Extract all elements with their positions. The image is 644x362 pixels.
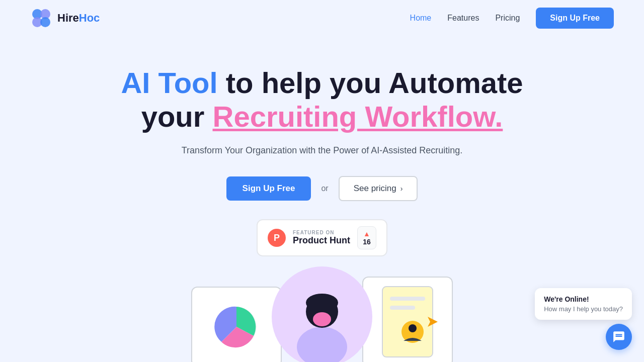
ph-vote-count: 16: [363, 238, 371, 246]
chat-bubble: We're Online! How may I help you today?: [535, 288, 632, 320]
svg-point-7: [313, 312, 331, 326]
illustration-document: [362, 277, 453, 362]
product-hunt-text: FEATURED ON Product Hunt: [293, 230, 350, 246]
nav-links: Home Features Pricing Sign Up Free: [410, 8, 614, 29]
signup-button-hero[interactable]: Sign Up Free: [226, 176, 311, 201]
nav-features[interactable]: Features: [447, 14, 479, 23]
svg-point-13: [409, 324, 417, 332]
hero-title-ai-tool: AI Tool: [121, 66, 217, 99]
ph-featured-label: FEATURED ON: [293, 230, 334, 235]
hero-title: AI Tool to help you Automate your Recrui…: [116, 66, 528, 133]
nav-home[interactable]: Home: [410, 14, 432, 23]
see-pricing-button[interactable]: See pricing ›: [339, 176, 418, 201]
svg-rect-10: [390, 297, 425, 301]
signup-button-nav[interactable]: Sign Up Free: [536, 8, 614, 29]
chat-help-label: How may I help you today?: [544, 305, 623, 313]
hero-illustrations: [121, 277, 523, 362]
svg-point-3: [40, 17, 50, 27]
ph-name-label: Product Hunt: [293, 235, 350, 246]
product-hunt-icon: P: [268, 229, 286, 247]
illustration-person: [272, 266, 372, 362]
hirehoc-logo-icon: [30, 7, 52, 29]
hero-buttons: Sign Up Free or See pricing ›: [226, 176, 418, 201]
chat-widget: We're Online! How may I help you today?: [535, 288, 632, 350]
chat-icon: [612, 330, 625, 343]
hero-subtitle: Transform Your Organization with the Pow…: [182, 145, 463, 156]
hero-title-recruiting: Recruiting Workflow.: [213, 100, 503, 133]
navbar: HireHoc Home Features Pricing Sign Up Fr…: [0, 0, 644, 36]
svg-point-5: [297, 327, 347, 362]
product-hunt-badge[interactable]: P FEATURED ON Product Hunt ▲ 16: [257, 219, 387, 256]
ph-upvote-icon: ▲: [363, 230, 370, 238]
or-label: or: [321, 184, 328, 193]
chat-online-label: We're Online!: [544, 295, 623, 303]
svg-rect-11: [390, 306, 415, 310]
illustration-pie-chart: [191, 287, 282, 362]
svg-point-8: [306, 294, 338, 312]
logo-text: HireHoc: [57, 12, 100, 25]
nav-pricing[interactable]: Pricing: [495, 14, 520, 23]
chevron-right-icon: ›: [400, 185, 403, 193]
chat-open-button[interactable]: [606, 324, 632, 350]
ph-votes-box: ▲ 16: [357, 226, 376, 249]
logo[interactable]: HireHoc: [30, 7, 100, 29]
